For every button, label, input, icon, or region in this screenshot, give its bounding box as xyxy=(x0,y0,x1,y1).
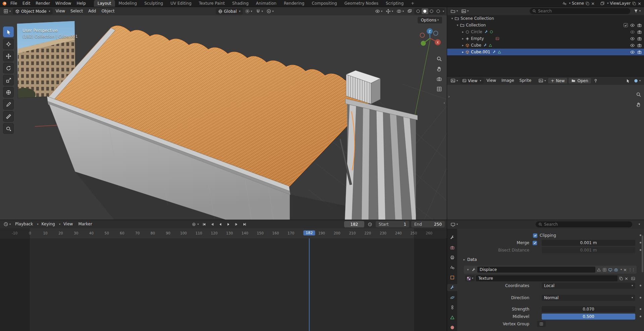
outliner-row-scene-collection[interactable]: ▾ Scene Collection xyxy=(447,15,644,22)
new-texture-icon[interactable] xyxy=(619,276,623,281)
data-section-header[interactable]: ▸ Data xyxy=(457,256,644,263)
animate-dot[interactable] xyxy=(640,242,641,243)
camera-view-icon[interactable] xyxy=(436,76,442,82)
tab-modifiers[interactable] xyxy=(447,284,457,291)
blender-logo-icon[interactable] xyxy=(2,1,7,6)
tool-transform[interactable] xyxy=(3,87,14,98)
outliner-row-circle[interactable]: ▸ Circle xyxy=(447,29,644,35)
workspace-tab-scripting[interactable]: Scripting xyxy=(382,0,407,7)
outliner-editor-type-selector[interactable]: ▾ xyxy=(449,8,459,14)
shading-solid-button[interactable] xyxy=(422,8,428,14)
new-image-button[interactable]: +New xyxy=(548,77,568,84)
channels-dropdown[interactable]: ▾ xyxy=(632,77,642,84)
menu-window[interactable]: Window xyxy=(53,0,74,7)
animate-dot[interactable] xyxy=(640,249,641,251)
displace-modifier-header[interactable]: ▾ Displace ▾ × ⋮⋮ xyxy=(464,266,637,274)
workspace-tab-uv-editing[interactable]: UV Editing xyxy=(167,0,195,7)
tool-scale[interactable] xyxy=(3,75,14,86)
jump-to-start-button[interactable] xyxy=(201,221,208,227)
shading-wireframe-button[interactable] xyxy=(415,8,422,14)
clipping-checkbox[interactable] xyxy=(533,233,537,238)
expand-region-chevron[interactable]: › xyxy=(448,94,450,99)
tool-3d-cursor[interactable] xyxy=(3,39,14,49)
open-image-button[interactable]: Open xyxy=(568,77,591,84)
shading-material-button[interactable] xyxy=(428,8,435,14)
coordinates-dropdown[interactable]: Local▾ xyxy=(542,283,635,289)
direction-dropdown[interactable]: Normal▾ xyxy=(542,295,635,301)
workspace-tab-geometry-nodes[interactable]: Geometry Nodes xyxy=(341,0,382,7)
image-editor-type-selector[interactable]: ▾ xyxy=(449,77,459,84)
image-select-tool-button[interactable] xyxy=(624,77,632,84)
tool-add-cube[interactable] xyxy=(3,123,14,134)
modifier-extras-caret[interactable]: ▾ xyxy=(621,268,622,271)
outliner-search[interactable] xyxy=(530,8,630,14)
viewlayer-selector[interactable]: ▾ ViewLayer × xyxy=(600,1,641,6)
image-menu-view[interactable]: View xyxy=(484,76,498,85)
workspace-tab-sculpting[interactable]: Sculpting xyxy=(141,0,167,7)
collapse-region-chevron[interactable]: ‹ xyxy=(443,100,445,105)
modifier-drag-handle[interactable]: ⋮⋮ xyxy=(628,268,635,272)
show-hide-dropdown[interactable]: ▾ xyxy=(374,8,384,14)
properties-search[interactable] xyxy=(536,221,632,227)
bisect-distance-field[interactable]: 0.001 m xyxy=(542,247,635,253)
playhead-frame-badge[interactable]: 182 xyxy=(304,230,315,235)
mode-dropdown[interactable]: Object Mode▾ xyxy=(13,8,53,14)
pivot-point-dropdown[interactable]: ▾ xyxy=(244,8,254,14)
current-frame-field[interactable]: 182 xyxy=(344,221,364,227)
image-pan-hand-icon[interactable] xyxy=(636,102,641,107)
snap-toggle[interactable]: ▾ xyxy=(254,8,264,14)
menu-render[interactable]: Render xyxy=(33,0,53,7)
add-workspace-button[interactable]: + xyxy=(407,0,418,7)
pan-hand-icon[interactable] xyxy=(436,66,442,72)
timeline-track-area[interactable] xyxy=(0,238,447,331)
outliner-row-empty[interactable]: ▸ Empty xyxy=(447,35,644,42)
workspace-tab-texture-paint[interactable]: Texture Paint xyxy=(195,0,228,7)
zoom-icon[interactable] xyxy=(436,56,442,62)
new-scene-icon[interactable] xyxy=(585,1,590,6)
outliner-row-cube[interactable]: ▸ Cube xyxy=(447,42,644,49)
tab-object-data[interactable] xyxy=(447,314,457,321)
outliner-display-mode-dropdown[interactable]: ▾ xyxy=(460,8,470,14)
properties-scrollbar[interactable] xyxy=(642,235,643,272)
menu-edit[interactable]: Edit xyxy=(20,0,33,7)
animate-dot[interactable] xyxy=(640,285,641,286)
image-menu-sprite[interactable]: Sprite xyxy=(517,76,534,85)
disable-render-icon[interactable] xyxy=(637,43,642,48)
viewport-menu-object[interactable]: Object xyxy=(99,7,117,15)
image-browse-dropdown[interactable]: ▾ xyxy=(537,77,547,84)
hide-eye-icon[interactable] xyxy=(630,36,635,41)
hide-eye-icon[interactable] xyxy=(630,43,635,48)
image-mode-dropdown[interactable]: View▾ xyxy=(460,77,484,84)
workspace-tab-layout[interactable]: Layout xyxy=(94,0,115,7)
tab-tool[interactable] xyxy=(447,234,457,241)
tab-output[interactable] xyxy=(447,254,457,261)
workspace-tab-modeling[interactable]: Modeling xyxy=(115,0,141,7)
use-preview-range-toggle[interactable] xyxy=(366,221,374,227)
tool-select-box[interactable] xyxy=(3,26,14,37)
unlink-scene-icon[interactable]: × xyxy=(591,1,595,6)
collection-checkbox[interactable] xyxy=(624,23,628,27)
timeline-menu-view[interactable]: View xyxy=(61,220,75,228)
tool-move[interactable] xyxy=(3,51,14,61)
animate-dot[interactable] xyxy=(640,297,641,298)
outliner-search-input[interactable] xyxy=(538,9,628,13)
next-keyframe-button[interactable] xyxy=(233,221,240,227)
animate-dot[interactable] xyxy=(640,316,641,317)
hide-eye-icon[interactable] xyxy=(630,30,635,35)
overlays-dropdown[interactable]: ▾ xyxy=(395,8,405,14)
disable-render-icon[interactable] xyxy=(637,50,642,55)
texture-name-field[interactable]: Texture xyxy=(476,275,618,281)
tab-material[interactable] xyxy=(447,324,457,331)
menu-help[interactable]: Help xyxy=(74,0,88,7)
disable-render-icon[interactable] xyxy=(637,30,642,35)
animate-dot[interactable] xyxy=(640,234,641,236)
hide-eye-icon[interactable] xyxy=(630,23,635,28)
tool-annotate[interactable] xyxy=(3,99,14,110)
shading-rendered-button[interactable] xyxy=(435,8,442,14)
workspace-tab-shading[interactable]: Shading xyxy=(228,0,252,7)
gizmos-dropdown[interactable]: ▾ xyxy=(384,8,394,14)
hide-eye-icon[interactable] xyxy=(630,50,635,55)
tab-physics[interactable] xyxy=(447,294,457,301)
remove-viewlayer-icon[interactable]: × xyxy=(638,1,641,6)
midlevel-slider[interactable]: 0.500 xyxy=(542,314,635,320)
